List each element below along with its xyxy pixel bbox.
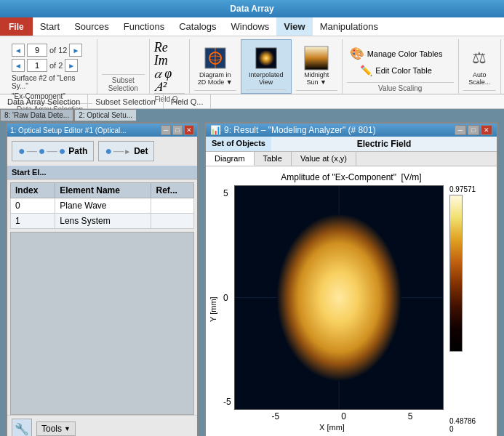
- index-1: 1: [11, 214, 55, 229]
- main-area: 8: 'Raw Data Dete... 2: Optical Setu... …: [0, 109, 504, 436]
- interpolated-btn-label: InterpolatedView: [249, 71, 284, 86]
- path-button[interactable]: ● ── ● ── ● Path: [12, 141, 94, 161]
- manage-icon: 🎨: [350, 47, 364, 60]
- diagram-area: Amplitude of "Ex-Component" [V/m] Y [mm]…: [206, 166, 497, 436]
- plot-title: Amplitude of "Ex-Component" [V/m]: [209, 169, 494, 185]
- left-panel: 1: Optical Setup Editor #1 (Optical... ─…: [6, 122, 199, 436]
- index-col-header: Index: [11, 183, 55, 198]
- colorscale-max: 0.97571: [449, 185, 491, 193]
- tools-icon-btn[interactable]: 🔧: [12, 419, 32, 436]
- set-of-objects-tab[interactable]: Set of Objects: [206, 137, 271, 151]
- x-axis-label: X [mm]: [220, 421, 444, 433]
- math-re-im: Re Im𝛼 φ𝛢²: [154, 41, 185, 93]
- y-tick-neg5: -5: [223, 397, 231, 407]
- x-tick-0: 0: [341, 411, 346, 421]
- nav-next2-btn[interactable]: ►: [65, 59, 78, 72]
- tools-row: 🔧 Tools ▼: [7, 415, 197, 436]
- midnight-sun-icon: [303, 45, 329, 71]
- interpolated-group: InterpolatedView: [241, 39, 292, 94]
- diagram-group: Diagram in2D Mode ▼: [190, 39, 241, 94]
- right-tabs: Diagram Table Value at (x,y): [206, 152, 497, 166]
- close-left-btn[interactable]: ✕: [184, 125, 194, 135]
- background-tabs: 8: 'Raw Data Dete... 2: Optical Setu...: [0, 109, 137, 121]
- electric-field-label: Electric Field: [271, 137, 497, 151]
- empty-table-area: [10, 232, 194, 415]
- nav-prev-btn[interactable]: ◄: [12, 44, 25, 57]
- det-icon: ● ──►: [105, 145, 131, 158]
- minimize-left-btn[interactable]: ─: [161, 125, 171, 135]
- plot-main: 5 0 -5: [220, 185, 444, 433]
- diagram-btn-label: Diagram in2D Mode ▼: [198, 71, 233, 86]
- auto-scale-label: Auto Scale...: [466, 71, 493, 86]
- close-right-btn[interactable]: ✕: [481, 125, 492, 135]
- start-element-header: Start El...: [7, 166, 197, 179]
- element-name-1: Lens System: [55, 214, 151, 229]
- table-row[interactable]: 0 Plane Wave: [11, 198, 194, 214]
- index-0: 0: [11, 198, 55, 214]
- right-panel-titlebar: 📊 9: Result – "Modeling Analyzer" (# 801…: [206, 124, 497, 137]
- det-button[interactable]: ● ──► Det: [98, 141, 154, 161]
- tab-diagram[interactable]: Diagram: [206, 152, 255, 166]
- windows-menu[interactable]: Windows: [224, 17, 277, 36]
- bg-tab-optical[interactable]: 2: Optical Setu...: [74, 109, 137, 121]
- file-menu[interactable]: File: [0, 17, 33, 36]
- path-icon: ● ── ● ── ●: [18, 145, 65, 158]
- set-of-objects-row: Set of Objects Electric Field: [206, 137, 497, 152]
- nav-prev2-btn[interactable]: ◄: [12, 59, 25, 72]
- status-bar: Data Array Selection Subset Selection Fi…: [0, 94, 504, 109]
- color-tables-group: 🎨 Manage Color Tables ✏️ Edit Color Tabl…: [343, 39, 459, 94]
- x-tick-neg5: -5: [271, 411, 279, 421]
- tab-value-xy[interactable]: Value at (x,y): [292, 152, 356, 166]
- auto-scale-icon: ⚖: [466, 45, 492, 71]
- left-panel-titlebar: 1: Optical Setup Editor #1 (Optical... ─…: [7, 124, 197, 137]
- elements-table: Index Element Name Ref... 0 Plane Wave 1…: [10, 182, 194, 229]
- midnight-sun-group: MidnightSun ▼: [292, 39, 343, 94]
- view-menu[interactable]: View: [276, 17, 312, 36]
- y-tick-0: 0: [223, 293, 231, 303]
- element-name-col-header: Element Name: [55, 183, 151, 198]
- midnight-sun-label: MidnightSun ▼: [304, 71, 329, 86]
- element-name-0: Plane Wave: [55, 198, 151, 214]
- tools-dropdown-btn[interactable]: Tools ▼: [36, 421, 76, 436]
- manage-color-tables-button[interactable]: 🎨 Manage Color Tables: [347, 45, 446, 62]
- midnight-sun-button[interactable]: MidnightSun ▼: [300, 44, 332, 87]
- start-menu[interactable]: Start: [33, 17, 67, 36]
- edit-color-table-button[interactable]: ✏️ Edit Color Table: [357, 63, 434, 78]
- diagram-icon: [202, 45, 228, 71]
- colorscale-bar: [449, 195, 463, 352]
- minimize-right-btn[interactable]: ─: [455, 125, 466, 135]
- maximize-left-btn[interactable]: □: [172, 125, 183, 135]
- manipulations-menu[interactable]: Manipulations: [313, 17, 385, 36]
- tools-chevron-icon: ▼: [64, 425, 71, 432]
- plot-container: Y [mm] 5 0 -5: [209, 185, 494, 433]
- ribbon: ◄ of 12 ► ◄ of 2 ► Surface #2 of "Lens S…: [0, 36, 504, 94]
- auto-scale-button[interactable]: ⚖ Auto Scale...: [463, 44, 496, 87]
- table-row[interactable]: 1 Lens System: [11, 214, 194, 229]
- nav-next-btn[interactable]: ►: [69, 44, 82, 57]
- current-index2-input[interactable]: [27, 59, 47, 72]
- bg-tab-raw-data[interactable]: 8: 'Raw Data Dete...: [0, 109, 73, 121]
- maximize-right-btn[interactable]: □: [468, 125, 479, 135]
- catalogs-menu[interactable]: Catalogs: [172, 17, 223, 36]
- title-text: Data Array: [230, 4, 273, 14]
- surface-label: Surface #2 of "Lens Sy...": [12, 74, 88, 90]
- edit-color-icon: ✏️: [360, 65, 372, 76]
- svg-rect-6: [305, 47, 328, 70]
- auto-scale-group: ⚖ Auto Scale...: [459, 39, 501, 94]
- interpolated-view-button[interactable]: InterpolatedView: [246, 44, 287, 87]
- diagram-2d-button[interactable]: Diagram in2D Mode ▼: [195, 44, 236, 87]
- ref-1: [151, 214, 194, 229]
- functions-menu[interactable]: Functions: [116, 17, 172, 36]
- sources-menu[interactable]: Sources: [67, 17, 116, 36]
- colorscale-min: 0: [449, 425, 491, 433]
- x-tick-5: 5: [408, 411, 413, 421]
- path-label: Path: [68, 146, 87, 156]
- y-tick-labels: 5 0 -5: [220, 185, 234, 410]
- subset-selection-group: Subset Selection: [97, 39, 150, 94]
- title-bar: Data Array: [0, 0, 504, 17]
- colorscale-container: 0.97571 0.48786 0: [447, 185, 494, 433]
- current-index-input[interactable]: [27, 44, 47, 57]
- tab-table[interactable]: Table: [255, 152, 292, 166]
- value-scaling-label: Value Scaling: [347, 82, 454, 92]
- svg-point-5: [257, 49, 275, 67]
